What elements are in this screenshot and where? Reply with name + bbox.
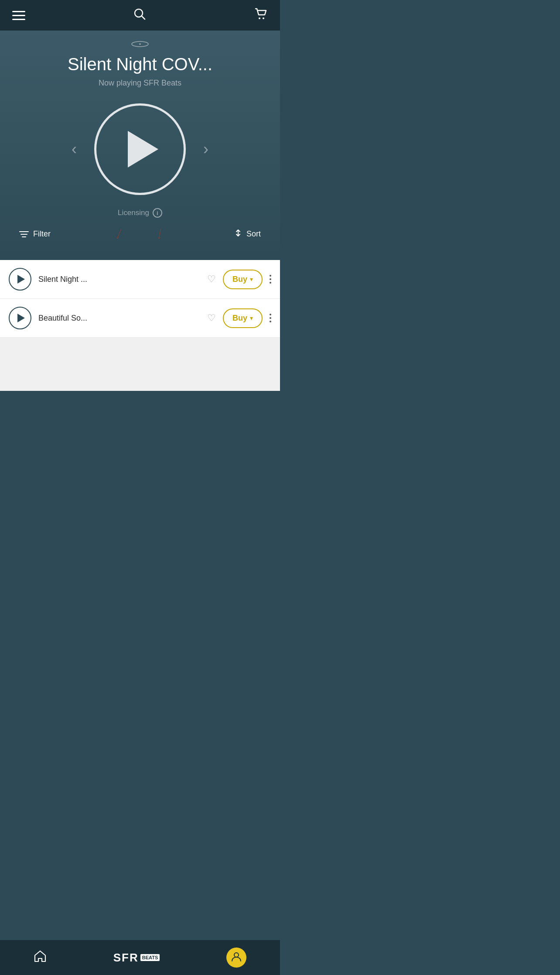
sort-label: Sort [246,229,261,239]
search-icon[interactable] [133,7,146,24]
svg-point-3 [263,17,264,19]
svg-point-2 [259,17,260,19]
filter-label: Filter [33,229,51,239]
track-name-1: Silent Night ... [38,275,200,284]
track-name-2: Beautiful So... [38,314,200,323]
svg-point-5 [139,43,141,45]
buy-label-1: Buy [232,275,247,284]
top-navigation [0,0,280,31]
now-playing-text: Now playing SFR Beats [10,79,270,88]
player-controls: ‹ › [10,103,270,195]
more-options-button-1[interactable] [270,275,271,284]
play-pause-button[interactable] [94,103,186,195]
sort-arrows-icon [233,228,243,240]
cart-icon[interactable] [254,7,268,24]
filter-icon [19,231,29,237]
play-triangle-icon [128,131,158,168]
vinyl-icon [10,39,270,49]
licensing-label: Licensing [118,209,149,217]
track-list: Silent Night ... ♡ Buy ▾ Beautiful So...… [0,260,280,391]
track-play-button-1[interactable] [9,268,31,291]
track-play-button-2[interactable] [9,307,31,329]
buy-label-2: Buy [232,314,247,323]
play-icon-2 [17,314,25,322]
favorite-button-2[interactable]: ♡ [207,312,216,324]
track-title: Silent Night COV... [10,55,270,74]
buy-button-2[interactable]: Buy ▾ [223,308,263,328]
play-icon-1 [17,275,25,284]
licensing-row: Licensing i [10,208,270,218]
next-button[interactable]: › [203,140,208,158]
filter-sort-row: Filter Sort [10,228,270,247]
buy-chevron-icon-1: ▾ [250,276,253,283]
sort-button[interactable]: Sort [233,228,261,240]
player-section: Silent Night COV... Now playing SFR Beat… [0,31,280,260]
more-options-button-2[interactable] [270,314,271,322]
track-item: Silent Night ... ♡ Buy ▾ [0,260,280,299]
favorite-button-1[interactable]: ♡ [207,274,216,285]
filter-button[interactable]: Filter [19,229,51,239]
licensing-info-button[interactable]: i [153,208,162,218]
track-item: Beautiful So... ♡ Buy ▾ [0,299,280,338]
hamburger-menu-button[interactable] [12,11,25,20]
previous-button[interactable]: ‹ [72,140,77,158]
buy-chevron-icon-2: ▾ [250,315,253,322]
buy-button-1[interactable]: Buy ▾ [223,270,263,289]
svg-line-1 [142,16,145,19]
